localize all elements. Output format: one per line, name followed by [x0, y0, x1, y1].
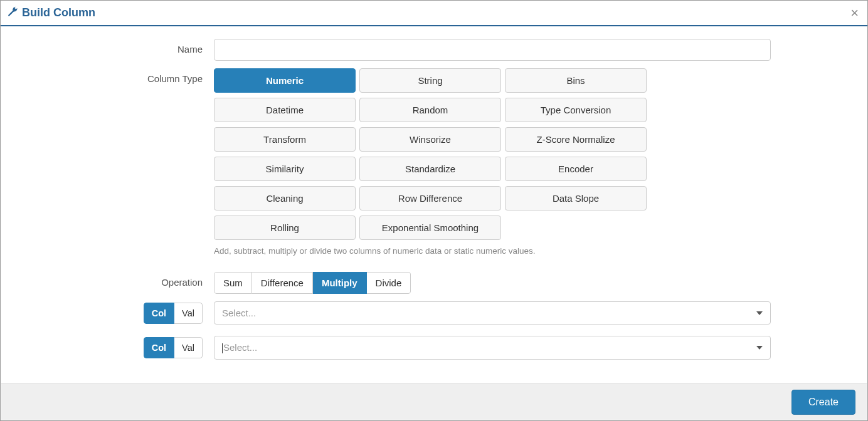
name-label: Name	[7, 39, 214, 55]
operand2-col-button[interactable]: Col	[144, 337, 174, 358]
operand1-select[interactable]: Select...	[214, 301, 771, 325]
modal-title-text: Build Column	[22, 6, 95, 19]
modal-body: Name Column Type NumericStringBinsDateti…	[1, 26, 867, 377]
operand1-col-button[interactable]: Col	[144, 303, 174, 324]
column-type-help: Add, subtract, multiply or divide two co…	[214, 246, 805, 256]
column-type-row: Column Type NumericStringBinsDatetimeRan…	[7, 68, 805, 256]
modal-header: Build Column ×	[1, 1, 867, 26]
chevron-down-icon	[756, 311, 763, 315]
name-input[interactable]	[214, 39, 771, 61]
column-type-encoder[interactable]: Encoder	[505, 157, 647, 181]
build-column-modal: Build Column × Name Column Type NumericS…	[0, 0, 868, 421]
column-type-row-difference[interactable]: Row Difference	[359, 186, 501, 210]
operand-row-1: Col Val Select...	[7, 301, 805, 325]
operand1-placeholder: Select...	[222, 308, 256, 318]
close-button[interactable]: ×	[850, 6, 859, 20]
column-type-cleaning[interactable]: Cleaning	[214, 186, 356, 210]
operation-multiply[interactable]: Multiply	[313, 272, 367, 294]
operand2-val-button[interactable]: Val	[174, 337, 203, 358]
column-type-transform[interactable]: Transform	[214, 127, 356, 152]
operand1-val-button[interactable]: Val	[174, 303, 203, 324]
column-type-similarity[interactable]: Similarity	[214, 157, 356, 181]
operand-row-2: Col Val Select...	[7, 336, 805, 360]
column-type-exponential-smoothing[interactable]: Exponential Smoothing	[359, 216, 501, 240]
name-row: Name	[7, 39, 805, 61]
chevron-down-icon	[756, 346, 763, 350]
column-type-standardize[interactable]: Standardize	[359, 157, 501, 181]
operation-divide[interactable]: Divide	[367, 272, 411, 294]
operation-label: Operation	[7, 272, 214, 288]
column-type-grid: NumericStringBinsDatetimeRandomType Conv…	[214, 68, 791, 240]
operand2-toggle: Col Val	[144, 337, 203, 358]
column-type-random[interactable]: Random	[359, 98, 501, 122]
wrench-icon	[7, 6, 18, 20]
column-type-winsorize[interactable]: Winsorize	[359, 127, 501, 152]
column-type-data-slope[interactable]: Data Slope	[505, 186, 647, 210]
column-type-bins[interactable]: Bins	[505, 68, 647, 93]
operand2-placeholder: Select...	[222, 342, 257, 353]
column-type-type-conversion[interactable]: Type Conversion	[505, 98, 647, 122]
column-type-z-score-normalize[interactable]: Z-Score Normalize	[505, 127, 647, 152]
modal-footer: Create	[1, 383, 867, 420]
operation-group: SumDifferenceMultiplyDivide	[214, 272, 411, 294]
column-type-numeric[interactable]: Numeric	[214, 68, 356, 93]
create-button[interactable]: Create	[791, 390, 855, 415]
operand2-select[interactable]: Select...	[214, 336, 771, 360]
column-type-string[interactable]: String	[359, 68, 501, 93]
operation-sum[interactable]: Sum	[214, 272, 252, 294]
modal-title: Build Column	[7, 6, 95, 20]
column-type-rolling[interactable]: Rolling	[214, 216, 356, 240]
operation-difference[interactable]: Difference	[252, 272, 313, 294]
column-type-label: Column Type	[7, 68, 214, 84]
operand1-toggle: Col Val	[144, 303, 203, 324]
operation-row: Operation SumDifferenceMultiplyDivide	[7, 272, 805, 294]
column-type-datetime[interactable]: Datetime	[214, 98, 356, 122]
